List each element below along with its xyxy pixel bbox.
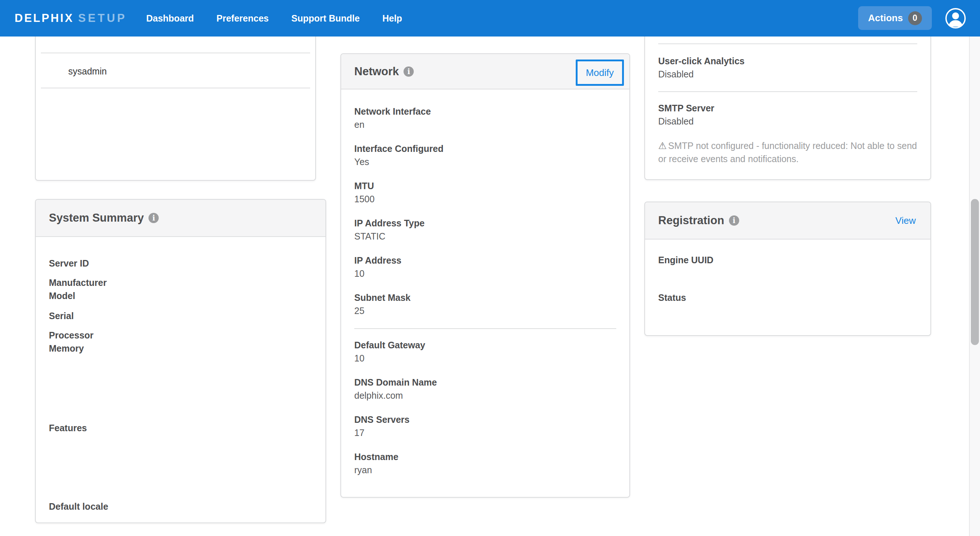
notif-divider-top [658,43,917,44]
user-row-divider-top [41,53,310,53]
field-label-serial: Serial [49,309,74,322]
user-row-divider-bottom [41,88,310,88]
field-label-smtp-server: SMTP Server [658,102,714,115]
notif-divider-middle [658,91,917,92]
nav-item-dashboard[interactable]: Dashboard [146,13,194,24]
smtp-warning-text: SMTP not configured - functionality redu… [658,140,917,164]
info-icon[interactable]: i [148,213,159,223]
field-label: MTU [354,179,616,192]
field-value-user-click-analytics: Disabled [658,67,694,81]
field-label: Network Interface [354,105,616,118]
field-value-smtp-server: Disabled [658,115,694,128]
field-subnet-mask: Subnet Mask 25 [354,291,616,317]
system-summary-header: System Summary i [36,200,325,237]
field-label: DNS Servers [354,413,616,426]
nav-item-preferences[interactable]: Preferences [216,13,269,24]
field-label: Interface Configured [354,142,616,155]
field-label: DNS Domain Name [354,376,616,389]
field-label-user-click-analytics: User-click Analytics [658,54,745,67]
field-ip-address-type: IP Address Type STATIC [354,217,616,243]
scrollbar-track[interactable] [969,37,980,536]
delphix-setup-logo: DELPHIX SETUP [14,12,127,25]
field-label-processor: Processor [49,329,94,342]
field-label: Hostname [354,450,616,463]
network-body: Network Interface en Interface Configure… [341,89,629,477]
field-value: 1500 [354,192,616,206]
actions-count-badge: 0 [908,11,922,25]
field-dns-domain-name: DNS Domain Name delphix.com [354,376,616,402]
scrollbar-thumb[interactable] [971,199,979,345]
user-list-item-sysadmin[interactable]: sysadmin [68,65,107,78]
actions-button[interactable]: Actions 0 [858,6,932,30]
field-value: Yes [354,155,616,168]
field-label-status: Status [658,291,686,304]
field-label: Subnet Mask [354,291,616,304]
field-label-server-id: Server ID [49,257,89,270]
nav-item-support-bundle[interactable]: Support Bundle [291,13,360,24]
field-label-engine-uuid: Engine UUID [658,254,713,266]
delphix-setup-screen: DELPHIX SETUP Dashboard Preferences Supp… [0,0,980,536]
field-label-features: Features [49,421,87,434]
field-label-manufacturer: Manufacturer [49,276,107,289]
field-network-interface: Network Interface en [354,105,616,131]
info-icon[interactable]: i [404,67,414,77]
view-registration-link[interactable]: View [896,215,916,227]
field-label-default-locale: Default locale [49,500,108,513]
system-summary-title: System Summary [49,211,144,225]
field-value: 10 [354,267,616,280]
main-nav: Dashboard Preferences Support Bundle Hel… [146,13,402,24]
field-label: IP Address [354,254,616,267]
field-label-model: Model [49,289,75,302]
nav-item-help[interactable]: Help [382,13,402,24]
top-navbar: DELPHIX SETUP Dashboard Preferences Supp… [0,0,980,37]
registration-header: Registration i View [645,202,931,239]
field-value: 25 [354,304,616,317]
network-card: Network i Modify Network Interface en In… [340,53,630,498]
warning-triangle-icon: ⚠ [658,140,667,151]
field-value: delphix.com [354,389,616,402]
user-icon [945,8,966,29]
field-label: Default Gateway [354,338,616,352]
field-value: 10 [354,352,616,365]
network-section-divider [354,328,616,329]
field-default-gateway: Default Gateway 10 [354,338,616,365]
field-ip-address: IP Address 10 [354,254,616,280]
field-dns-servers: DNS Servers 17 [354,413,616,439]
field-interface-configured: Interface Configured Yes [354,142,616,168]
logo-setup: SETUP [78,12,127,25]
modify-network-button[interactable]: Modify [576,59,624,86]
registration-title: Registration [658,214,724,227]
user-avatar-button[interactable] [945,8,966,29]
network-title: Network [354,65,399,78]
field-value: ryan [354,463,616,477]
system-summary-card: System Summary i Server ID Manufacturer … [35,199,326,523]
field-mtu: MTU 1500 [354,179,616,206]
field-label-memory: Memory [49,342,84,355]
field-hostname: Hostname ryan [354,450,616,477]
logo-delphix: DELPHIX [14,12,74,25]
smtp-warning-message: ⚠SMTP not configured - functionality red… [658,139,920,165]
info-icon[interactable]: i [729,215,739,226]
field-value: 17 [354,426,616,439]
field-label: IP Address Type [354,217,616,230]
field-value: STATIC [354,230,616,243]
field-value: en [354,118,616,131]
actions-button-label: Actions [868,13,903,24]
registration-card: Registration i View Engine UUID Status [644,201,931,336]
